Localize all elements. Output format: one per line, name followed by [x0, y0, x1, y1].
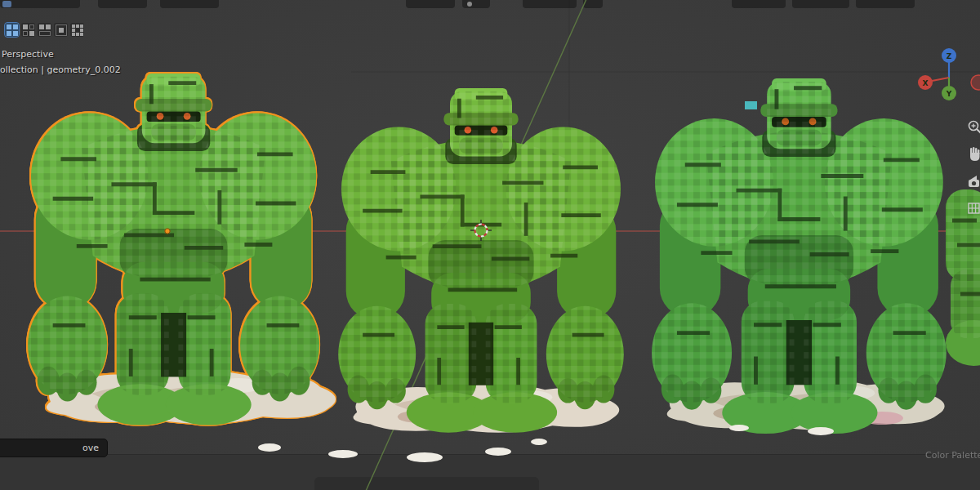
blender-3d-viewport: { "viewport": { "perspective_label": "Pe…	[0, 0, 980, 490]
select-mode-1-icon[interactable]	[5, 23, 19, 37]
operator-tooltip: ove	[0, 439, 108, 457]
texture-artifact-cyan	[745, 101, 757, 109]
select-mode-row	[5, 23, 84, 37]
zoom-icon[interactable]	[967, 119, 980, 137]
select-mode-3-icon[interactable]	[38, 23, 51, 37]
gizmo-x-label: X	[923, 79, 929, 87]
gizmo-z-label: Z	[947, 52, 952, 60]
perspective-label: Perspective	[2, 49, 54, 60]
viewport-side-tools	[967, 119, 980, 218]
select-mode-2-icon[interactable]	[21, 23, 35, 37]
collection-breadcrumb: ollection | geometry_0.002	[0, 65, 121, 75]
golem-model-left-selected[interactable]	[28, 74, 336, 425]
golem-model-right[interactable]	[652, 78, 947, 434]
select-mode-5-icon[interactable]	[70, 23, 84, 37]
navigation-gizmo[interactable]: Z X Y	[913, 42, 980, 108]
viewport-3d-scene[interactable]	[0, 0, 980, 490]
gizmo-y-label: Y	[946, 90, 952, 98]
toggle-grid-icon[interactable]	[967, 200, 980, 218]
golem-model-center[interactable]	[338, 88, 624, 433]
operator-tooltip-text: ove	[82, 443, 99, 453]
pan-hand-icon[interactable]	[967, 146, 980, 164]
object-origin-dot	[165, 229, 170, 234]
camera-view-icon[interactable]	[967, 173, 980, 191]
select-mode-4-icon[interactable]	[54, 23, 68, 37]
gizmo-negx-ball[interactable]	[971, 75, 980, 90]
